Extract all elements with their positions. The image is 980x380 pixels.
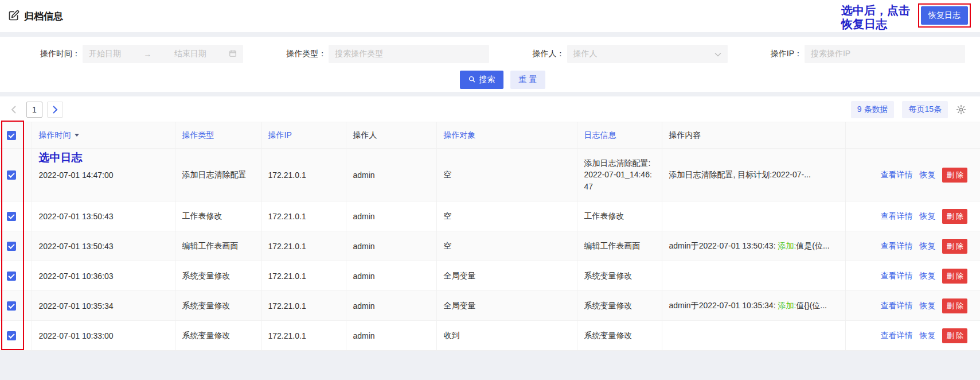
- filter-operator: 操作人： 操作人: [533, 45, 728, 63]
- restore-link[interactable]: 恢复: [919, 331, 935, 340]
- table-row: 选中日志 2022-07-01 14:47:00 添加日志清除配置 172.21…: [0, 149, 980, 201]
- row-checkbox[interactable]: [7, 212, 16, 221]
- filter-ip-label: 操作IP：: [771, 49, 802, 59]
- col-header-content: 操作内容: [662, 122, 845, 149]
- prev-page-button[interactable]: [6, 102, 22, 118]
- col-header-loginfo[interactable]: 日志信息: [577, 122, 662, 149]
- next-page-button[interactable]: [47, 102, 63, 118]
- restore-link[interactable]: 恢复: [919, 211, 935, 220]
- view-details-link[interactable]: 查看详情: [880, 331, 912, 340]
- operator-select[interactable]: 操作人: [567, 45, 728, 63]
- annotation-restore-hint: 选中后，点击 恢复日志: [841, 3, 910, 31]
- cell-operator: admin: [346, 261, 436, 291]
- cell-type: 编辑工作表画面: [175, 231, 261, 261]
- row-actions: 查看详情恢复删 除: [845, 149, 980, 201]
- table-row: 2022-07-01 10:36:03 系统变量修改 172.21.0.1 ad…: [0, 261, 980, 291]
- search-button[interactable]: 搜索: [460, 71, 503, 89]
- restore-link[interactable]: 恢复: [919, 301, 935, 310]
- filter-ip: 操作IP： 搜索操作IP: [771, 45, 965, 63]
- view-details-link[interactable]: 查看详情: [880, 301, 912, 310]
- delete-button[interactable]: 删 除: [942, 209, 967, 224]
- end-date-placeholder[interactable]: 结束日期: [174, 49, 206, 59]
- cell-operator: admin: [346, 291, 436, 321]
- start-date-placeholder[interactable]: 开始日期: [89, 49, 121, 59]
- cell-time: 2022-07-01 10:35:34: [32, 291, 175, 321]
- annotation-box-restore-button: 恢复日志: [918, 3, 971, 28]
- cell-time: 2022-07-01 13:50:43: [32, 201, 175, 231]
- table-row: 2022-07-01 13:50:43 工作表修改 172.21.0.1 adm…: [0, 201, 980, 231]
- col-header-operator: 操作人: [346, 122, 436, 149]
- table-row: 2022-07-01 10:35:34 系统变量修改 172.21.0.1 ad…: [0, 291, 980, 321]
- delete-button[interactable]: 删 除: [942, 168, 967, 183]
- delete-button[interactable]: 删 除: [942, 269, 967, 284]
- operator-placeholder: 操作人: [573, 49, 598, 59]
- cell-loginfo: 系统变量修改: [577, 291, 662, 321]
- filter-time-label: 操作时间：: [40, 49, 80, 59]
- sort-desc-icon[interactable]: [75, 134, 79, 137]
- table-row: 2022-07-01 10:33:00 系统变量修改 172.21.0.1 ad…: [0, 321, 980, 351]
- cell-time: 2022-07-01 14:47:00: [39, 170, 114, 180]
- table-row: 2022-07-01 13:50:43 编辑工作表画面 172.21.0.1 a…: [0, 231, 980, 261]
- restore-link[interactable]: 恢复: [919, 241, 935, 250]
- delete-button[interactable]: 删 除: [942, 298, 967, 313]
- cell-type: 添加日志清除配置: [175, 149, 261, 201]
- view-details-link[interactable]: 查看详情: [880, 211, 912, 220]
- row-actions: 查看详情恢复删 除: [845, 231, 980, 261]
- page-title: 归档信息: [24, 10, 63, 23]
- cell-target: 空: [436, 149, 577, 201]
- type-search-input[interactable]: 搜索操作类型: [329, 45, 489, 63]
- filter-type-label: 操作类型：: [286, 49, 326, 59]
- cell-ip: 172.21.0.1: [261, 261, 346, 291]
- page-size-selector[interactable]: 每页15条: [902, 101, 948, 118]
- cell-target: 空: [436, 201, 577, 231]
- search-icon: [468, 75, 476, 85]
- cell-content: [662, 261, 845, 291]
- row-checkbox[interactable]: [7, 242, 16, 251]
- col-header-target[interactable]: 操作对象: [436, 122, 577, 149]
- date-range-input[interactable]: 开始日期 → 结束日期: [83, 45, 243, 63]
- col-header-time[interactable]: 操作时间: [32, 122, 175, 149]
- annotation-selected-logs: 选中日志: [39, 150, 83, 165]
- restore-link[interactable]: 恢复: [919, 271, 935, 280]
- col-header-type[interactable]: 操作类型: [175, 122, 261, 149]
- filter-bar: 操作时间： 开始日期 → 结束日期 操作类型： 搜索操作类型: [0, 37, 980, 92]
- row-actions: 查看详情恢复删 除: [845, 291, 980, 321]
- filter-actions: 搜索 重 置: [40, 71, 965, 89]
- delete-button[interactable]: 删 除: [942, 239, 967, 254]
- col-header-ip[interactable]: 操作IP: [261, 122, 346, 149]
- filter-operator-label: 操作人：: [533, 49, 565, 59]
- gear-icon[interactable]: [956, 104, 966, 115]
- view-details-link[interactable]: 查看详情: [880, 241, 912, 250]
- filter-type: 操作类型： 搜索操作类型: [286, 45, 489, 63]
- col-header-time-label: 操作时间: [39, 130, 71, 139]
- cell-target: 全局变量: [436, 291, 577, 321]
- page: 归档信息 选中后，点击 恢复日志 恢复日志 操作时间： 开始日期 → 结束日期: [0, 0, 980, 351]
- reset-button[interactable]: 重 置: [510, 71, 546, 89]
- cell-type: 工作表修改: [175, 201, 261, 231]
- cell-time: 2022-07-01 10:36:03: [32, 261, 175, 291]
- search-button-label: 搜索: [479, 75, 495, 85]
- page-number[interactable]: 1: [26, 102, 42, 118]
- total-count-badge: 9 条数据: [851, 101, 895, 118]
- select-all-checkbox[interactable]: [7, 131, 16, 140]
- row-checkbox[interactable]: [7, 331, 16, 340]
- view-details-link[interactable]: 查看详情: [880, 271, 912, 280]
- cell-loginfo: 编辑工作表画面: [577, 231, 662, 261]
- row-checkbox[interactable]: [7, 272, 16, 281]
- ip-search-input[interactable]: 搜索操作IP: [805, 45, 965, 63]
- cell-ip: 172.21.0.1: [261, 291, 346, 321]
- edit-icon: [8, 10, 19, 23]
- type-placeholder: 搜索操作类型: [335, 49, 383, 59]
- cell-content: admin于2022-07-01 10:35:34: 添加:值{}(位...: [662, 291, 845, 321]
- view-details-link[interactable]: 查看详情: [880, 170, 912, 179]
- restore-logs-button[interactable]: 恢复日志: [921, 6, 968, 25]
- delete-button[interactable]: 删 除: [942, 328, 967, 343]
- topbar-left: 归档信息: [8, 10, 63, 23]
- table-card: 1 9 条数据 每页15条: [0, 96, 980, 351]
- cell-loginfo: 系统变量修改: [577, 261, 662, 291]
- cell-ip: 172.21.0.1: [261, 201, 346, 231]
- row-checkbox[interactable]: [7, 301, 16, 311]
- restore-link[interactable]: 恢复: [919, 170, 935, 179]
- row-checkbox[interactable]: [7, 170, 16, 180]
- cell-time: 2022-07-01 13:50:43: [32, 231, 175, 261]
